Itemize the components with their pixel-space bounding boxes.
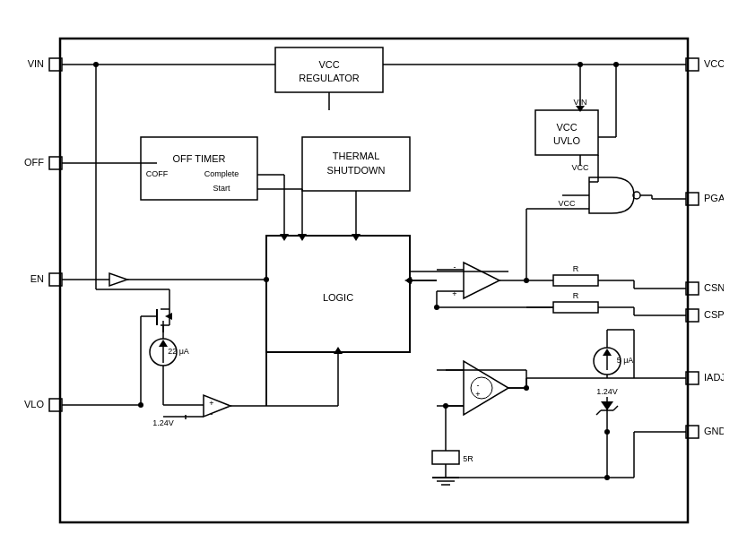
pin-PGATE: PGATE xyxy=(704,192,724,202)
voltage-124-right: 1.24V xyxy=(596,387,618,396)
block-off-timer: OFF TIMER xyxy=(172,152,225,163)
coff-label: COFF xyxy=(145,169,168,178)
start-label: Start xyxy=(213,184,230,193)
erramp-plus: + xyxy=(475,390,480,399)
pin-VIN: VIN xyxy=(27,57,43,68)
block-diagram: VIN COFF EN UVLO VCC PGATE CSN CSP IADJ … xyxy=(24,21,724,540)
svg-point-147 xyxy=(264,277,269,282)
resistor-5R: 5R xyxy=(463,454,473,463)
block-thermal-shutdown: THERMAL xyxy=(332,150,379,160)
svg-rect-73 xyxy=(432,451,459,464)
current-5ua: 5 μA xyxy=(616,356,633,365)
resistor-R2: R xyxy=(572,291,578,300)
svg-point-103 xyxy=(138,402,143,408)
block-vcc-regulator-2: REGULATOR xyxy=(299,72,359,82)
svg-point-146 xyxy=(524,278,529,283)
svg-point-139 xyxy=(604,475,610,480)
uvlo-comp-minus: - xyxy=(210,409,213,418)
svg-marker-131 xyxy=(334,347,343,354)
svg-marker-78 xyxy=(204,395,230,417)
svg-point-148 xyxy=(443,403,448,409)
pin-EN: EN xyxy=(30,272,43,283)
svg-marker-106 xyxy=(280,234,289,241)
svg-marker-33 xyxy=(109,273,127,286)
svg-point-118 xyxy=(578,62,583,67)
svg-point-144 xyxy=(524,385,529,391)
and-vcc-label: VCC xyxy=(558,199,576,208)
voltage-124-left: 1.24V xyxy=(152,418,174,427)
pin-UVLO: UVLO xyxy=(24,398,44,409)
uvlo-comp-plus: + xyxy=(209,399,213,408)
svg-marker-56 xyxy=(603,349,612,356)
svg-marker-61 xyxy=(601,401,613,410)
pin-CSN: CSN xyxy=(704,281,724,292)
resistor-R1: R xyxy=(572,264,578,273)
svg-point-149 xyxy=(613,62,619,67)
svg-rect-21 xyxy=(275,47,383,92)
pin-CSP: CSP xyxy=(704,308,724,319)
pin-GND: GND xyxy=(704,425,724,435)
complete-label: Complete xyxy=(204,169,239,178)
comp1-minus: - xyxy=(453,263,456,271)
svg-line-64 xyxy=(613,406,618,410)
pin-COFF: COFF xyxy=(24,156,44,167)
erramp-minus: - xyxy=(476,381,479,390)
svg-point-51 xyxy=(434,305,439,310)
pin-IADJ: IADJ xyxy=(704,371,724,382)
svg-marker-35 xyxy=(464,263,499,298)
svg-point-152 xyxy=(407,278,413,283)
block-vcc-uvlo: VCC xyxy=(556,121,577,132)
current-22ua: 22 μA xyxy=(168,347,189,356)
svg-rect-46 xyxy=(553,302,598,313)
block-vcc-regulator: VCC xyxy=(318,58,339,69)
block-vcc-uvlo-2: UVLO xyxy=(553,134,580,145)
block-logic: LOGIC xyxy=(322,291,352,302)
svg-line-63 xyxy=(596,410,601,415)
svg-rect-25 xyxy=(141,137,257,200)
svg-point-68 xyxy=(471,377,492,399)
svg-marker-98 xyxy=(165,313,172,320)
pin-VCC: VCC xyxy=(704,57,724,68)
block-thermal-shutdown-2: SHUTDOWN xyxy=(326,164,385,175)
svg-rect-0 xyxy=(60,39,688,522)
svg-marker-88 xyxy=(159,340,168,347)
comp1-plus: + xyxy=(452,289,456,298)
svg-rect-28 xyxy=(535,110,598,155)
svg-rect-42 xyxy=(553,275,598,286)
svg-marker-109 xyxy=(298,234,307,241)
svg-marker-111 xyxy=(352,234,360,241)
